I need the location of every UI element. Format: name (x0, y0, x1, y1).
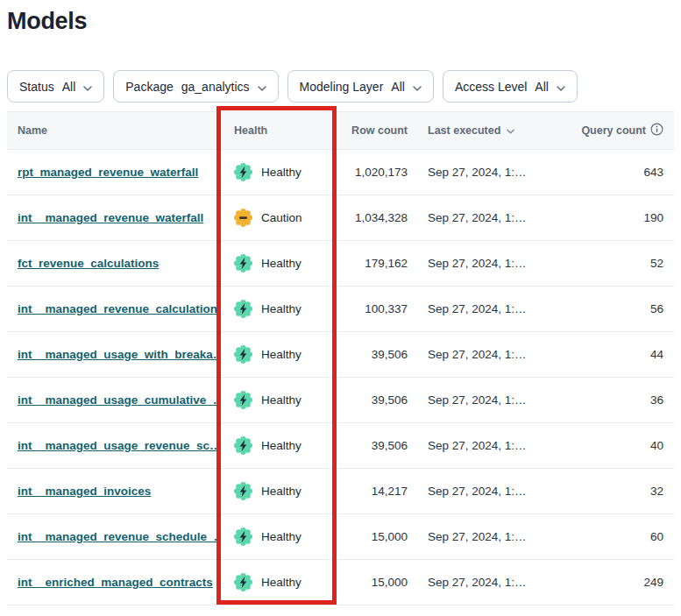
health-cell: Healthy (216, 345, 336, 364)
row-count-value: 15,000 (336, 530, 415, 543)
health-healthy-bolt-icon (234, 527, 252, 546)
model-link[interactable]: int__managed_revenue_calculations (18, 302, 216, 315)
row-count-value: 100,337 (336, 302, 415, 315)
table-body: rpt_managed_revenue_waterfall Healthy (7, 150, 674, 605)
health-healthy-bolt-icon (234, 482, 252, 500)
column-header-query-count: Query count (574, 123, 674, 138)
health-status-label: Caution (261, 211, 302, 224)
column-header-name: Name (7, 124, 216, 137)
health-healthy-bolt-icon (234, 163, 252, 181)
chevron-down-icon (83, 80, 92, 94)
model-link[interactable]: fct_revenue_calculations (18, 257, 159, 270)
model-link[interactable]: int__managed_usage_cumulative_… (18, 393, 216, 407)
health-cell: Healthy (216, 163, 336, 181)
model-link[interactable]: int__managed_invoices (18, 485, 151, 498)
filter-modeling-layer[interactable]: Modeling Layer All (287, 70, 434, 103)
row-count-value: 14,217 (336, 485, 415, 498)
model-link[interactable]: int__enriched_managed_contracts (18, 576, 213, 589)
row-count-value: 39,506 (336, 439, 415, 452)
last-executed-value: Sep 27, 2024, 1:… (415, 439, 574, 452)
health-cell: Healthy (216, 254, 336, 273)
filter-status[interactable]: Status All (7, 70, 104, 103)
model-link[interactable]: int__managed_revenue_waterfall (18, 211, 203, 224)
column-header-query-count-label: Query count (581, 124, 646, 137)
sort-chevron-icon (507, 124, 514, 137)
table-row: int__managed_invoices Healthy 14,217 (7, 469, 674, 514)
filter-bar: Status All Package ga_analytics Modeling… (7, 70, 674, 103)
health-healthy-bolt-icon (234, 573, 252, 591)
query-count-value: 52 (574, 257, 674, 270)
filter-package[interactable]: Package ga_analytics (113, 70, 278, 103)
table-row: rpt_managed_revenue_waterfall Healthy (7, 150, 674, 195)
health-status-label: Healthy (261, 530, 301, 543)
query-count-value: 32 (574, 485, 674, 498)
query-count-value: 56 (574, 302, 674, 315)
health-healthy-bolt-icon (234, 345, 252, 364)
model-link[interactable]: int__managed_usage_with_breaka… (18, 348, 216, 361)
health-caution-minus-icon (234, 209, 252, 227)
last-executed-value: Sep 27, 2024, 1:… (415, 348, 574, 361)
query-count-value: 40 (574, 439, 674, 452)
query-count-value: 190 (574, 211, 674, 224)
health-cell: Healthy (216, 527, 336, 546)
health-healthy-bolt-icon (234, 436, 252, 455)
health-status-label: Healthy (261, 393, 301, 407)
health-healthy-bolt-icon (234, 300, 252, 318)
model-name-cell: int__managed_revenue_waterfall (7, 211, 216, 224)
models-table: Name Health Row count Last executed Quer… (7, 111, 674, 605)
column-header-last-executed[interactable]: Last executed (415, 124, 574, 137)
filter-value: All (62, 80, 76, 94)
last-executed-value: Sep 27, 2024, 1:… (415, 302, 574, 315)
chevron-down-icon (413, 80, 422, 94)
filter-value: All (391, 80, 405, 94)
table-row: int__managed_usage_revenue_sc… Healthy (7, 423, 674, 469)
info-icon[interactable] (650, 123, 663, 138)
health-cell: Healthy (216, 436, 336, 455)
model-link[interactable]: rpt_managed_revenue_waterfall (18, 166, 198, 179)
query-count-value: 249 (574, 576, 674, 589)
health-healthy-bolt-icon (234, 254, 252, 273)
health-status-label: Healthy (261, 302, 301, 315)
row-count-value: 39,506 (336, 348, 415, 361)
model-name-cell: int__managed_usage_revenue_sc… (7, 439, 216, 452)
page-title: Models (7, 7, 674, 35)
model-link[interactable]: int__managed_usage_revenue_sc… (18, 439, 216, 452)
model-name-cell: int__managed_usage_with_breaka… (7, 348, 216, 361)
table-row: int__managed_usage_with_breaka… Healthy (7, 332, 674, 378)
table-header-row: Name Health Row count Last executed Quer… (7, 111, 674, 150)
table-row: int__enriched_managed_contracts Healthy (7, 560, 674, 605)
table-row: int__managed_revenue_waterfall Caution (7, 195, 674, 241)
filter-label: Package (125, 80, 173, 94)
health-healthy-bolt-icon (234, 391, 252, 409)
last-executed-value: Sep 27, 2024, 1:… (415, 530, 574, 543)
health-cell: Healthy (216, 573, 336, 591)
last-executed-value: Sep 27, 2024, 1:… (415, 485, 574, 498)
filter-value: All (535, 80, 549, 94)
table-row: int__managed_revenue_schedule_… Healthy (7, 514, 674, 560)
model-name-cell: rpt_managed_revenue_waterfall (7, 166, 216, 179)
models-page: Models Status All Package ga_analytics M… (0, 0, 681, 616)
column-header-last-executed-label: Last executed (428, 124, 500, 137)
query-count-value: 36 (574, 393, 674, 407)
row-count-value: 1,020,173 (336, 166, 415, 179)
query-count-value: 44 (574, 348, 674, 361)
row-count-value: 1,034,328 (336, 211, 415, 224)
column-header-row-count: Row count (336, 124, 415, 137)
model-link[interactable]: int__managed_revenue_schedule_… (18, 530, 216, 543)
model-name-cell: int__enriched_managed_contracts (7, 576, 216, 589)
health-status-label: Healthy (261, 439, 301, 452)
model-name-cell: int__managed_revenue_calculations (7, 302, 216, 315)
last-executed-value: Sep 27, 2024, 1:… (415, 257, 574, 270)
model-name-cell: fct_revenue_calculations (7, 257, 216, 270)
health-cell: Healthy (216, 300, 336, 318)
filter-label: Modeling Layer (300, 80, 384, 94)
table-row: fct_revenue_calculations Healthy 179,1 (7, 241, 674, 287)
query-count-value: 60 (574, 530, 674, 543)
filter-label: Access Level (455, 80, 527, 94)
health-status-label: Healthy (261, 257, 301, 270)
last-executed-value: Sep 27, 2024, 1:… (415, 211, 574, 224)
health-status-label: Healthy (261, 485, 301, 498)
table-row: int__managed_usage_cumulative_… Healthy (7, 378, 674, 423)
filter-access-level[interactable]: Access Level All (443, 70, 578, 103)
model-name-cell: int__managed_usage_cumulative_… (7, 393, 216, 407)
